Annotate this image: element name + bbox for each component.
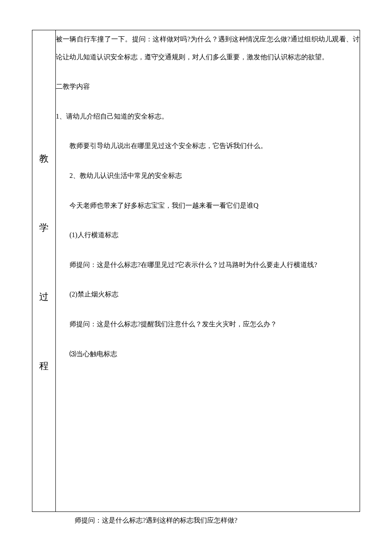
sidebar-char: 教 xyxy=(39,154,49,163)
below-table-text: 师提问：这是什么标志?遇到这样的标志我们应怎样做? xyxy=(75,516,360,525)
paragraph: 师提问：这是什么标志?提醒我们注意什么？发生火灾时，应怎么办？ xyxy=(56,315,360,333)
content-cell: 被一辆自行车撞了一下。提问：这样做对吗?为什么？遇到这种情况应怎么做?通过组织幼… xyxy=(56,30,360,512)
sub-item: ⑶当心触电标志 xyxy=(56,345,360,363)
lesson-plan-table: 教 学 过 程 被一辆自行车撞了一下。提问：这样做对吗?为什么？遇到这种情况应怎… xyxy=(32,30,360,512)
section-heading: 二教学内容 xyxy=(56,78,360,96)
sidebar-label: 教 学 过 程 xyxy=(32,30,55,511)
list-item: 2、教幼儿认识生活中常见的安全标志 xyxy=(56,167,360,185)
document-page: 教 学 过 程 被一辆自行车撞了一下。提问：这样做对吗?为什么？遇到这种情况应怎… xyxy=(0,0,392,555)
paragraph: 今天老师也带来了好多标志宝宝，我们一越来看一看它们是谁Q xyxy=(56,197,360,215)
paragraph: 师提问：这是什么标志?在哪里见过?它表示什么？过马路时为什么要走人行横道线? xyxy=(56,256,360,274)
sub-item: (2)禁止烟火标志 xyxy=(56,285,360,303)
sidebar-cell: 教 学 过 程 xyxy=(32,30,56,512)
list-item: 1、请幼儿介绍自己知道的安全标志。 xyxy=(56,108,360,125)
sidebar-char: 程 xyxy=(39,361,49,371)
paragraph: 教师要引导幼儿说出在哪里见过这个安全标志，它告诉我们什么。 xyxy=(56,137,360,155)
paragraph: 被一辆自行车撞了一下。提问：这样做对吗?为什么？遇到这种情况应怎么做?通过组织幼… xyxy=(56,30,360,66)
sidebar-char: 过 xyxy=(39,292,49,302)
sub-item: (1)人行横道标志 xyxy=(56,226,360,244)
sidebar-char: 学 xyxy=(39,223,49,232)
